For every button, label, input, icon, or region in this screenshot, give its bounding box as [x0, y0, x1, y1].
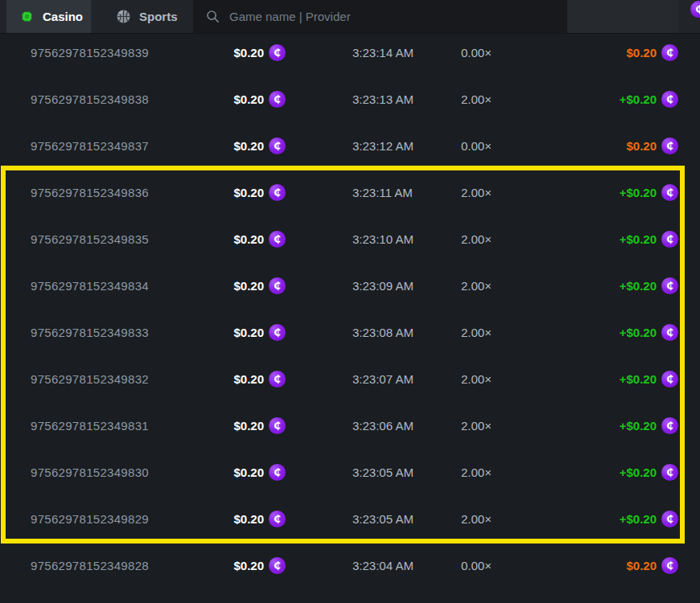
coin-icon: ₵ — [269, 417, 286, 434]
coin-icon: ₵ — [269, 557, 286, 574]
search-bar — [193, 0, 567, 33]
bet-id[interactable]: 97562978152349830 — [31, 449, 149, 495]
bet-payout: +$0.20 ₵ — [620, 495, 678, 542]
table-row: 97562978152349836 $0.20 ₵ 3:23:11 AM 2.0… — [0, 169, 700, 215]
table-row: 97562978152349828 $0.20 ₵ 3:23:04 AM 0.0… — [0, 542, 700, 589]
bet-time: 3:23:14 AM — [352, 29, 414, 76]
bet-time: 3:23:05 AM — [352, 495, 414, 542]
bet-multiplier: 2.00× — [461, 449, 492, 495]
bet-id[interactable]: 97562978152349829 — [31, 495, 149, 542]
bet-amount: $0.20 ₵ — [185, 542, 286, 589]
balance-coin-icon: ₵ — [690, 1, 700, 18]
table-row: 97562978152349829 $0.20 ₵ 3:23:05 AM 2.0… — [0, 495, 700, 542]
bet-payout: +$0.20 ₵ — [620, 262, 678, 309]
bet-id[interactable]: 97562978152349837 — [31, 122, 149, 169]
coin-icon: ₵ — [661, 557, 678, 574]
coin-icon: ₵ — [661, 231, 678, 248]
bet-time: 3:23:08 AM — [352, 309, 414, 355]
bet-payout: +$0.20 ₵ — [620, 309, 678, 355]
bet-id[interactable]: 97562978152349838 — [31, 76, 149, 122]
bet-id[interactable]: 97562978152349834 — [31, 262, 149, 309]
bet-amount: $0.20 ₵ — [185, 309, 286, 355]
bet-payout: +$0.20 ₵ — [620, 215, 678, 262]
bet-payout-value: +$0.20 — [620, 92, 657, 106]
coin-icon: ₵ — [661, 417, 678, 434]
tab-sports[interactable]: Sports — [103, 0, 183, 33]
sports-icon — [116, 9, 131, 24]
coin-icon: ₵ — [269, 511, 286, 527]
bet-payout: +$0.20 ₵ — [620, 355, 678, 402]
casino-icon — [19, 9, 35, 24]
bet-multiplier: 2.00× — [461, 402, 492, 449]
bet-id[interactable]: 97562978152349835 — [31, 215, 149, 262]
bet-payout-value: +$0.20 — [620, 466, 657, 479]
bet-time: 3:23:07 AM — [352, 355, 414, 402]
tab-casino[interactable]: Casino — [6, 0, 91, 33]
bet-payout: +$0.20 ₵ — [620, 169, 678, 215]
bet-multiplier: 2.00× — [461, 309, 492, 355]
coin-icon: ₵ — [269, 277, 286, 294]
coin-icon: ₵ — [661, 277, 678, 294]
bet-multiplier: 2.00× — [461, 262, 492, 309]
bet-payout-value: $0.20 — [626, 559, 657, 572]
coin-icon: ₵ — [269, 91, 286, 108]
bet-amount: $0.20 ₵ — [185, 262, 286, 309]
search-icon — [206, 10, 220, 23]
bet-time: 3:23:13 AM — [352, 76, 414, 122]
coin-icon: ₵ — [661, 371, 678, 388]
bet-id[interactable]: 97562978152349836 — [31, 169, 149, 215]
bet-id[interactable]: 97562978152349833 — [31, 309, 149, 355]
bet-payout-value: $0.20 — [626, 46, 657, 59]
table-row: 97562978152349837 $0.20 ₵ 3:23:12 AM 0.0… — [0, 122, 700, 169]
bet-amount-value: $0.20 — [233, 466, 264, 479]
bet-amount: $0.20 ₵ — [185, 169, 286, 215]
bet-time: 3:23:06 AM — [352, 402, 414, 449]
tab-casino-label: Casino — [43, 10, 83, 23]
bet-id[interactable]: 97562978152349832 — [31, 355, 149, 402]
bet-amount: $0.20 ₵ — [185, 76, 286, 122]
bet-amount-value: $0.20 — [233, 232, 264, 246]
bet-time: 3:23:12 AM — [352, 122, 414, 169]
tab-sports-label: Sports — [139, 10, 178, 23]
search-input[interactable] — [228, 9, 567, 24]
bet-amount-value: $0.20 — [233, 92, 264, 106]
coin-icon: ₵ — [661, 44, 678, 61]
bet-amount: $0.20 ₵ — [185, 215, 286, 262]
table-row: 97562978152349832 $0.20 ₵ 3:23:07 AM 2.0… — [0, 355, 700, 402]
bet-multiplier: 0.00× — [461, 122, 492, 169]
bet-payout: +$0.20 ₵ — [620, 76, 678, 122]
bet-amount: $0.20 ₵ — [185, 495, 286, 542]
bet-payout-value: +$0.20 — [620, 279, 657, 293]
bet-payout-value: +$0.20 — [620, 372, 657, 386]
bet-payout-value: +$0.20 — [620, 232, 657, 246]
coin-icon: ₵ — [269, 371, 286, 388]
table-row: 97562978152349838 $0.20 ₵ 3:23:13 AM 2.0… — [0, 76, 700, 122]
bet-id[interactable]: 97562978152349831 — [31, 402, 149, 449]
coin-icon: ₵ — [269, 137, 286, 154]
coin-icon: ₵ — [269, 231, 286, 248]
table-row: 97562978152349835 $0.20 ₵ 3:23:10 AM 2.0… — [0, 215, 700, 262]
bet-amount-value: $0.20 — [233, 139, 264, 153]
bet-amount-value: $0.20 — [233, 46, 264, 59]
bet-id[interactable]: 97562978152349828 — [31, 542, 149, 589]
bet-history-table: 97562978152349839 $0.20 ₵ 3:23:14 AM 0.0… — [0, 29, 700, 589]
bet-payout: +$0.20 ₵ — [620, 402, 678, 449]
bet-payout-value: +$0.20 — [620, 326, 657, 339]
bet-amount: $0.20 ₵ — [185, 122, 286, 169]
coin-icon: ₵ — [661, 184, 678, 201]
bet-payout: $0.20 ₵ — [626, 542, 678, 589]
coin-icon: ₵ — [661, 464, 678, 481]
bet-amount-value: $0.20 — [233, 372, 264, 386]
bet-time: 3:23:05 AM — [352, 449, 414, 495]
coin-icon: ₵ — [269, 464, 286, 481]
bet-time: 3:23:04 AM — [352, 542, 414, 589]
coin-icon: ₵ — [661, 91, 678, 108]
coin-icon: ₵ — [269, 324, 286, 341]
bet-time: 3:23:10 AM — [352, 215, 414, 262]
bet-payout-value: +$0.20 — [620, 512, 657, 526]
bet-time: 3:23:11 AM — [352, 169, 413, 215]
bet-id[interactable]: 97562978152349839 — [31, 29, 149, 76]
bet-amount-value: $0.20 — [233, 419, 264, 433]
bet-multiplier: 2.00× — [461, 215, 492, 262]
table-row: 97562978152349833 $0.20 ₵ 3:23:08 AM 2.0… — [0, 309, 700, 355]
